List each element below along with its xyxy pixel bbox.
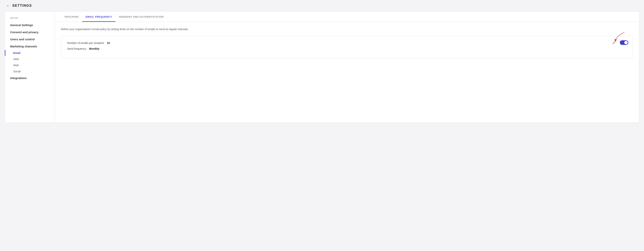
sidebar-section-label: SETUP: [5, 17, 54, 21]
edit-button[interactable]: [611, 40, 617, 45]
content-description: Define your organization's email policy …: [61, 27, 633, 31]
sidebar-item-integrations[interactable]: Integrations: [5, 74, 54, 82]
send-frequency-label: Send frequency :: [67, 47, 88, 50]
settings-card: Number of emails per recipient : 10 Send…: [61, 36, 633, 58]
tabs-bar: TRACKING EMAIL FREQUENCY SENDERS AND AUT…: [55, 11, 639, 22]
sidebar-item-social[interactable]: Social: [5, 68, 54, 74]
tab-senders-auth[interactable]: SENDERS AND AUTHENTICATION: [116, 11, 167, 22]
send-frequency-row: Send frequency : Monthly: [67, 47, 627, 50]
send-frequency-value: Monthly: [89, 47, 100, 50]
sidebar-item-general-settings[interactable]: General Settings: [5, 21, 54, 28]
emails-per-recipient-label: Number of emails per recipient :: [67, 41, 105, 44]
card-actions: [611, 40, 628, 45]
toggle-thumb: [624, 41, 628, 44]
page-title: SETTINGS: [12, 4, 32, 8]
tab-email-frequency[interactable]: EMAIL FREQUENCY: [82, 11, 116, 22]
sidebar-item-users-control[interactable]: Users and control: [5, 36, 54, 43]
toggle-track: [620, 40, 628, 45]
main-content: TRACKING EMAIL FREQUENCY SENDERS AND AUT…: [55, 11, 639, 122]
sidebar-item-consent-privacy[interactable]: Consent and privacy: [5, 28, 54, 36]
page-header: ← SETTINGS: [0, 0, 644, 11]
back-button[interactable]: ←: [6, 3, 10, 8]
toggle-switch[interactable]: [620, 40, 628, 45]
sidebar-item-sms[interactable]: SMS: [5, 56, 54, 62]
sidebar-item-marketing-channels[interactable]: Marketing channels: [5, 43, 54, 50]
sidebar-item-email[interactable]: Email: [5, 50, 54, 56]
emails-per-recipient-value: 10: [107, 41, 110, 44]
tab-tracking[interactable]: TRACKING: [61, 11, 82, 22]
main-layout: SETUP General Settings Consent and priva…: [4, 11, 640, 123]
content-area: Define your organization's email policy …: [55, 22, 639, 64]
sidebar: SETUP General Settings Consent and priva…: [5, 11, 55, 122]
emails-per-recipient-row: Number of emails per recipient : 10: [67, 41, 627, 44]
sidebar-item-web[interactable]: Web: [5, 62, 54, 68]
